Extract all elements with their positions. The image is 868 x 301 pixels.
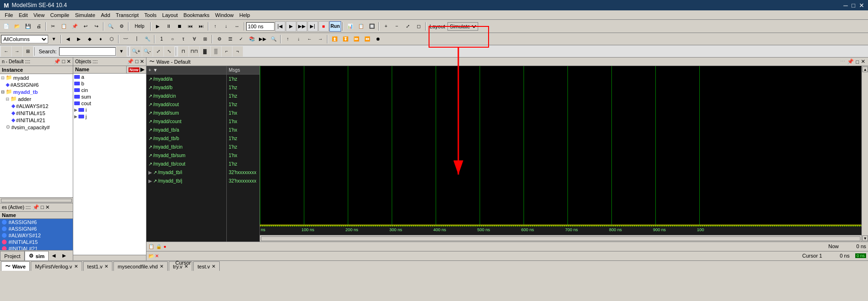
search-dropdown[interactable]: ▼ — [116, 46, 127, 57]
process-initial15[interactable]: #INITIAL#15 — [0, 239, 73, 245]
check-btn[interactable]: ✓ — [236, 34, 246, 44]
sim-btn6[interactable]: ↑ — [210, 21, 221, 32]
sim-btn8[interactable]: ↔ — [232, 21, 242, 32]
objects-scrollbar[interactable] — [73, 255, 146, 260]
now-col-header[interactable]: Now ▶ — [127, 66, 146, 73]
sim-tab[interactable]: ⚙ sim — [25, 251, 49, 260]
wave-tab[interactable]: 〜 Wave — [1, 261, 30, 271]
zoom-btn[interactable]: 🔍 — [268, 34, 279, 44]
sim-time-input[interactable] — [246, 22, 275, 31]
down-arrow-btn[interactable]: ↓ — [293, 34, 304, 44]
right-arrow-btn[interactable]: → — [315, 34, 326, 44]
menu-view[interactable]: View — [31, 11, 48, 19]
list-btn[interactable]: 📋 — [356, 21, 366, 32]
sim-circ[interactable]: ○ — [167, 34, 178, 44]
run-step-back-btn[interactable]: |◀ — [275, 21, 285, 32]
search-input[interactable] — [59, 47, 116, 56]
menu-compile[interactable]: Compile — [47, 11, 72, 19]
zoom-in-btn[interactable]: + — [381, 21, 391, 32]
menu-layout[interactable]: Layout — [159, 11, 180, 19]
zoom-out-btn2[interactable]: 🔍- — [142, 46, 153, 57]
sim-all[interactable]: ∀ — [189, 34, 199, 44]
sim-btn5[interactable]: ⏭ — [196, 21, 206, 32]
mysecondfile-close[interactable]: ✕ — [160, 264, 163, 269]
wave-sig-tb-j[interactable]: ▶ ↗ /myadd_tb/j — [146, 176, 226, 185]
time-btn3[interactable]: ⏩ — [351, 34, 361, 44]
sim-btn2[interactable]: ⏸ — [163, 21, 174, 32]
obj-cout[interactable]: cout — [73, 100, 146, 107]
wave-btn2[interactable]: 〰 — [120, 34, 131, 44]
paste-button[interactable]: 📌 — [69, 21, 80, 32]
menu-file[interactable]: File — [2, 11, 16, 19]
test1-tab[interactable]: test1.v ✕ — [83, 261, 112, 271]
sim-num[interactable]: 1 — [156, 34, 167, 44]
nav-right-btn[interactable]: ▶ — [59, 251, 69, 259]
minimize-button[interactable]: ─ — [843, 2, 848, 8]
project-tab[interactable]: Project — [0, 251, 25, 260]
time-up-btn[interactable]: ⏫ — [329, 34, 340, 44]
wave-shape6[interactable]: ¬ — [232, 46, 243, 57]
wave-sig-tb-sum[interactable]: ↗ /myadd_tb/sum — [146, 151, 226, 159]
layout-select[interactable]: Simulate — [447, 22, 478, 31]
wave-sig-tb-a[interactable]: ↗ /myadd_tb/a — [146, 125, 226, 134]
wave-sig-myadd-sum[interactable]: ↗ /myadd/sum — [146, 109, 226, 117]
test1-close[interactable]: ✕ — [104, 264, 108, 269]
wave-btn4[interactable]: 🔧 — [142, 34, 153, 44]
process-assign6-1[interactable]: #ASSIGN#6 — [0, 219, 73, 226]
tree-initial15[interactable]: ◆ #INITIAL#15 — [0, 109, 73, 117]
wave-sig-myadd-count[interactable]: ↗ /myadd/count — [146, 117, 226, 125]
schematic-btn[interactable]: 🔲 — [367, 21, 377, 32]
wave-sig-myadd-cout[interactable]: ↗ /myadd/cout — [146, 100, 226, 109]
run-all-btn[interactable]: Run — [329, 21, 341, 32]
obj-j[interactable]: ▶ j — [73, 113, 146, 120]
wave-shape3[interactable]: ▓ — [200, 46, 210, 57]
sim-btn7[interactable]: ↓ — [221, 21, 232, 32]
gear-btn[interactable]: ⚙ — [214, 34, 224, 44]
run-step-btn[interactable]: ▶| — [308, 21, 318, 32]
hier-btn[interactable]: ⊞ — [23, 46, 33, 57]
zoom-out-btn[interactable]: − — [392, 21, 402, 32]
wave-btn3[interactable]: ⏐ — [131, 34, 142, 44]
open-button[interactable]: 📂 — [12, 21, 22, 32]
wave-sig-tb-i[interactable]: ▶ ↗ /myadd_tb/i — [146, 168, 226, 176]
myfirstverilog-close[interactable]: ✕ — [74, 264, 78, 269]
add-wave-icon[interactable]: + — [148, 67, 151, 73]
wave-sig-tb-b[interactable]: ↗ /myadd_tb/b — [146, 134, 226, 142]
instance-scrollbar[interactable] — [0, 197, 73, 203]
process-assign6-2[interactable]: #ASSIGN#6 — [0, 226, 73, 232]
copy-button[interactable]: 📋 — [59, 21, 69, 32]
wave-sig-tb-cout[interactable]: ↗ /myadd_tb/cout — [146, 159, 226, 168]
run-all-btn2[interactable]: ▶▶ — [258, 34, 268, 44]
print-button[interactable]: 🖨 — [34, 21, 44, 32]
book-btn[interactable]: 📚 — [247, 34, 257, 44]
sim-btn4[interactable]: ⏮ — [185, 21, 196, 32]
menu-tools[interactable]: Tools — [142, 11, 160, 19]
obj-btn3[interactable]: ◆ — [85, 34, 95, 44]
obj-btn1[interactable]: ◀ — [63, 34, 73, 44]
tree-always12[interactable]: ◆ #ALWAYS#12 — [0, 102, 73, 109]
fwd-btn[interactable]: → — [12, 46, 22, 57]
tryv-tab[interactable]: try.v ✕ — [169, 261, 192, 271]
tryv-close[interactable]: ✕ — [184, 264, 188, 269]
tree-adder[interactable]: ⊟ 📁 adder — [0, 95, 73, 102]
list-btn2[interactable]: ☰ — [225, 34, 235, 44]
testv-close[interactable]: ✕ — [212, 264, 215, 269]
zoom-fit-btn[interactable]: ⤢ — [403, 21, 413, 32]
testv-tab[interactable]: test.v ✕ — [193, 261, 220, 271]
back-btn[interactable]: ← — [1, 46, 11, 57]
obj-sum[interactable]: sum — [73, 93, 146, 100]
tree-myadd-tb[interactable]: ⊟ 📁 myadd_tb — [0, 88, 73, 95]
close-button[interactable]: ✕ — [859, 2, 864, 8]
column-layout-select[interactable]: AllColumns — [1, 35, 48, 43]
wave-shape5[interactable]: ⌐ — [222, 46, 232, 57]
run-stop-btn[interactable]: ■ — [318, 21, 329, 32]
zoom-fit-btn2[interactable]: ⤢ — [153, 46, 163, 57]
obj-b[interactable]: b — [73, 80, 146, 87]
wave-shape4[interactable]: ▒ — [211, 46, 221, 57]
wave-max-icon[interactable]: □ — [856, 59, 859, 65]
menu-add[interactable]: Add — [98, 11, 113, 19]
obj-btn2[interactable]: ▶ — [74, 34, 84, 44]
zoom-range-btn[interactable]: ⤡ — [164, 46, 174, 57]
debug-button[interactable]: ⚙ — [116, 21, 127, 32]
col-layout-dropdown[interactable]: ▼ — [49, 34, 59, 44]
